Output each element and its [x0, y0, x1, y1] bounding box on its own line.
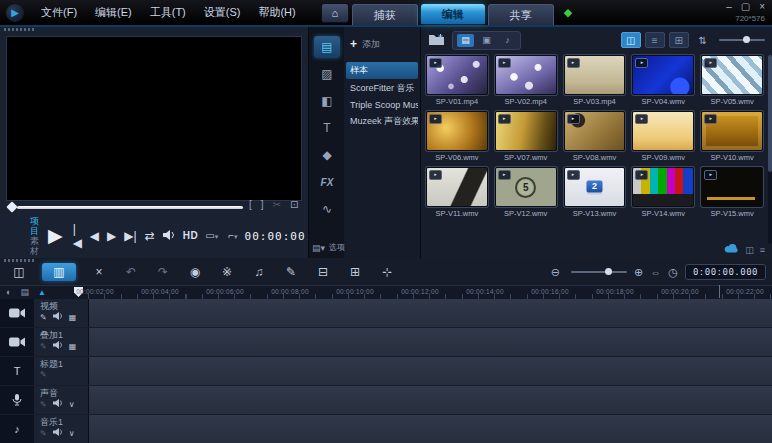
menu-file[interactable]: 文件(F) — [32, 5, 86, 20]
zoom-in-icon[interactable]: ⊕ — [634, 266, 643, 279]
zoom-out-icon[interactable]: ⊖ — [551, 266, 560, 279]
overlay-track-icon[interactable] — [0, 328, 34, 356]
gallery-item[interactable]: ▸SP-V15.wmv — [701, 167, 763, 218]
media-thumbnail[interactable]: ▸ — [632, 167, 694, 207]
timeline-zoom-slider[interactable] — [571, 267, 627, 277]
track-content[interactable] — [88, 357, 772, 385]
title-icon[interactable]: T — [314, 117, 340, 139]
motion-path-icon[interactable]: ∿ — [314, 198, 340, 220]
tools-button[interactable]: × — [90, 263, 108, 281]
media-thumbnail[interactable]: ▸ — [632, 111, 694, 151]
mode-toggle[interactable]: 项目 素材 — [30, 216, 39, 256]
gallery-item[interactable]: ▸SP-V02.mp4 — [495, 55, 557, 106]
view-list-button[interactable]: ≡ — [645, 32, 665, 48]
sound-mixer-button[interactable]: ※ — [218, 263, 236, 281]
music-track-icon[interactable]: ♪ — [0, 415, 34, 443]
panel-drag-handle[interactable] — [4, 28, 34, 31]
timeline-view-button[interactable]: ▥ — [42, 263, 76, 281]
video-track-icon[interactable] — [0, 299, 34, 327]
filter-video-button[interactable]: ▤ — [457, 34, 474, 47]
track-content[interactable] — [88, 328, 772, 356]
speaker-icon[interactable] — [53, 399, 63, 409]
gallery-item[interactable]: ▸SP-V01.mp4 — [426, 55, 488, 106]
category-item-3[interactable]: Muzeek 声音效果 — [346, 113, 418, 130]
view-thumbnail-button[interactable]: ◫ — [621, 32, 641, 48]
media-thumbnail[interactable]: ▸ — [701, 111, 763, 151]
add-track-icon[interactable]: ▲ — [38, 288, 46, 297]
gallery-item[interactable]: ▸SP-V05.wmv — [701, 55, 763, 106]
pencil-icon[interactable]: ✎ — [40, 429, 47, 438]
chevron-icon[interactable]: ∨ — [69, 429, 75, 438]
mode-clip[interactable]: 素材 — [30, 236, 39, 256]
media-thumbnail[interactable]: ▸ — [564, 111, 626, 151]
instant-project-icon[interactable]: ▨ — [314, 63, 340, 85]
fit-project-icon[interactable]: ⇔ — [650, 266, 661, 278]
gallery-item[interactable]: ▸SP-V09.wmv — [632, 111, 694, 162]
window-maximize-button[interactable]: ▢ — [741, 2, 750, 12]
track-content[interactable] — [88, 299, 772, 327]
menu-help[interactable]: 帮助(H) — [249, 5, 304, 20]
media-thumbnail[interactable]: ▸ — [426, 167, 488, 207]
mark-out-icon[interactable]: ] — [261, 199, 264, 210]
prev-frame-button[interactable]: ◀ — [90, 229, 99, 243]
redo-button[interactable]: ↷ — [154, 263, 172, 281]
pencil-icon[interactable]: ✎ — [40, 342, 47, 351]
view-grid-button[interactable]: ⊞ — [669, 32, 689, 48]
gallery-scrollbar[interactable] — [768, 55, 772, 244]
gallery-item[interactable]: ▸SP-V06.wmv — [426, 111, 488, 162]
cloud-sync-icon[interactable] — [724, 244, 739, 255]
tab-share[interactable]: 共享 — [488, 4, 554, 25]
gallery-item[interactable]: ▸SP-V04.wmv — [632, 55, 694, 106]
motion-tracking-button[interactable]: ⊹ — [378, 263, 396, 281]
list-menu-icon[interactable]: ≡ — [760, 245, 765, 255]
media-icon[interactable]: ▤ — [314, 36, 340, 58]
auto-music-button[interactable]: ♫ — [250, 263, 268, 281]
track-content[interactable] — [88, 386, 772, 414]
timeline-timecode[interactable]: 0:00:00.000 — [685, 264, 766, 280]
voice-track-icon[interactable] — [0, 386, 34, 414]
scrubber-track[interactable] — [17, 206, 243, 209]
tab-edit[interactable]: 编辑 — [421, 4, 485, 24]
filter-audio-button[interactable]: ♪ — [499, 34, 516, 47]
split-clip-button[interactable]: ⌐▾ — [228, 229, 237, 244]
gallery-item[interactable]: ▸SP-V14.wmv — [632, 167, 694, 218]
gallery-item[interactable]: ▸5SP-V12.wmv — [495, 167, 557, 218]
pencil-icon[interactable]: ✎ — [40, 370, 47, 379]
speaker-icon[interactable] — [53, 428, 63, 438]
media-thumbnail[interactable]: ▸ — [701, 167, 763, 207]
mark-in-icon[interactable]: [ — [249, 199, 252, 210]
home-button[interactable]: ⌂ — [321, 3, 349, 23]
mode-project[interactable]: 项目 — [30, 216, 39, 236]
library-compare-icon[interactable]: ◫ — [745, 245, 754, 255]
menu-edit[interactable]: 编辑(E) — [86, 5, 141, 20]
undo-button[interactable]: ↶ — [122, 263, 140, 281]
graphic-icon[interactable]: ◆ — [314, 144, 340, 166]
chevron-icon[interactable]: ∨ — [69, 400, 75, 409]
window-close-button[interactable]: × — [759, 2, 765, 12]
category-item-0[interactable]: 样本 — [346, 62, 418, 79]
storyboard-view-button[interactable]: ◫ — [10, 263, 28, 281]
thumbnail-size-slider[interactable] — [719, 35, 765, 45]
end-button[interactable]: ▶| — [124, 229, 136, 243]
gallery-item[interactable]: ▸SP-V03.mp4 — [564, 55, 626, 106]
filter-icon[interactable]: FX — [314, 171, 340, 193]
hd-preview-button[interactable]: HD — [183, 229, 198, 243]
subtitle-editor-button[interactable]: ⊟ — [314, 263, 332, 281]
media-thumbnail[interactable]: ▸ — [632, 55, 694, 95]
gallery-item[interactable]: ▸SP-V07.wmv — [495, 111, 557, 162]
media-thumbnail[interactable]: ▸ — [426, 55, 488, 95]
gallery-item[interactable]: ▸SP-V08.wmv — [564, 111, 626, 162]
record-capture-button[interactable]: ◉ — [186, 263, 204, 281]
speaker-icon[interactable] — [53, 341, 63, 351]
enlarge-preview-button[interactable]: ▭▾ — [205, 229, 218, 244]
menu-tools[interactable]: 工具(T) — [141, 5, 195, 20]
gallery-item[interactable]: ▸SP-V11.wmv — [426, 167, 488, 218]
grid-icon[interactable]: ▦ — [69, 342, 77, 351]
next-frame-button[interactable]: ▶ — [107, 229, 116, 243]
repeat-button[interactable]: ⇄ — [145, 229, 155, 243]
pencil-icon[interactable]: ✎ — [40, 313, 47, 322]
add-category-row[interactable]: + 添加 — [344, 25, 420, 61]
ripple-edit-icon[interactable]: ◐ — [6, 287, 11, 297]
category-item-2[interactable]: Triple Scoop Music — [346, 98, 418, 112]
media-thumbnail[interactable]: ▸ — [426, 111, 488, 151]
